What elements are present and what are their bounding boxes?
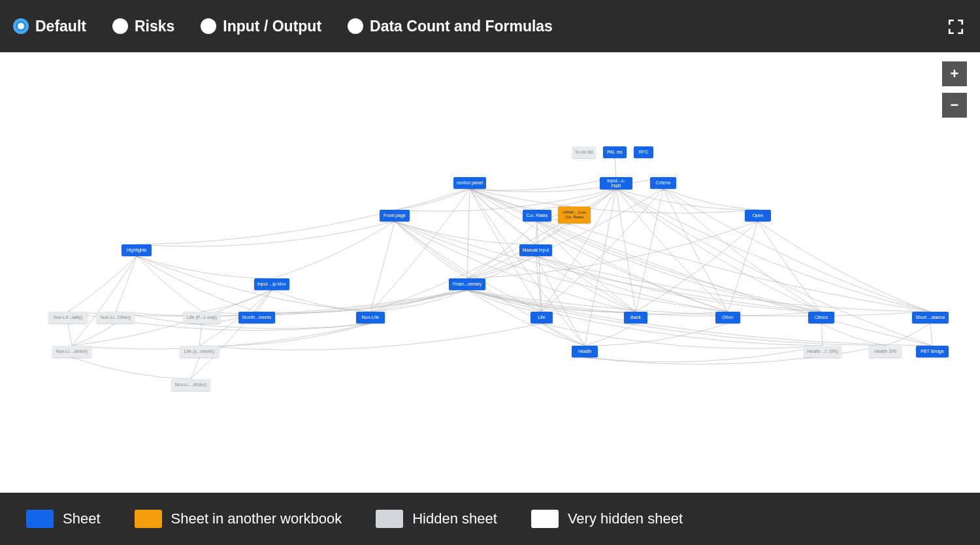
mode-label: Input / Output xyxy=(223,18,321,35)
legend-bar: Sheet Sheet in another workbook Hidden s… xyxy=(0,493,980,545)
diagram-node[interactable]: Non-Lif...lality) xyxy=(48,312,88,323)
diagram-node[interactable]: Life (P...s only) xyxy=(183,312,221,323)
legend-hidden-sheet: Hidden sheet xyxy=(376,510,497,528)
diagram-node[interactable]: Life (s...ments) xyxy=(180,346,219,357)
mode-label: Default xyxy=(35,18,86,35)
diagram-node[interactable]: Manual Input xyxy=(519,244,552,256)
diagram-node[interactable]: control panel xyxy=(453,177,486,189)
diagram-node[interactable]: Non-Li...,Motor) xyxy=(171,379,210,391)
diagram-node[interactable]: CPNR ...3.xls Cur. Rates xyxy=(558,206,591,223)
view-mode-toolbar: Default Risks Input / Output Data Count … xyxy=(0,0,980,52)
diagram-node[interactable]: To-do list xyxy=(572,146,596,158)
zoom-out-button[interactable]: − xyxy=(942,93,967,118)
diagram-node[interactable]: RFC xyxy=(634,146,653,158)
diagram-node[interactable]: Criteria xyxy=(650,177,676,189)
diagram-node[interactable]: Health ...l. SRI) xyxy=(804,346,841,357)
radio-unchecked-icon xyxy=(201,18,216,34)
diagram-node[interactable]: Non-Li...,Motor) xyxy=(52,346,91,357)
diagram-node[interactable]: Clinics xyxy=(808,312,834,323)
radio-checked-icon xyxy=(13,18,29,34)
diagram-node[interactable]: PAL ms xyxy=(603,146,627,158)
legend-very-hidden-sheet: Very hidden sheet xyxy=(531,510,683,528)
zoom-controls: + − xyxy=(942,61,967,118)
diagram-node[interactable]: Opex xyxy=(745,210,771,222)
fullscreen-icon[interactable] xyxy=(947,18,964,35)
zoom-in-button[interactable]: + xyxy=(942,61,967,86)
legend-label: Very hidden sheet xyxy=(568,510,683,527)
diagram-node[interactable]: Input...u-FMR xyxy=(600,177,632,190)
diagram-node[interactable]: PBT Bridge xyxy=(916,346,949,357)
diagram-node[interactable]: Highlights xyxy=(122,244,152,256)
swatch-hidden-icon xyxy=(376,510,403,528)
swatch-external-icon xyxy=(135,510,162,528)
legend-label: Sheet in another workbook xyxy=(171,510,342,527)
mode-risks[interactable]: Risks xyxy=(112,18,174,35)
radio-unchecked-icon xyxy=(112,18,128,34)
radio-unchecked-icon xyxy=(348,18,363,34)
diagram-node[interactable]: Non-Li...Other) xyxy=(97,312,135,323)
diagram-node[interactable]: Front page xyxy=(380,210,410,222)
mode-default[interactable]: Default xyxy=(13,18,86,35)
diagram-canvas[interactable]: To-do listPAL msRFCcontrol panelInput...… xyxy=(0,52,980,493)
mode-label: Risks xyxy=(135,18,174,35)
mode-input-output[interactable]: Input / Output xyxy=(201,18,321,35)
edge-layer xyxy=(0,52,980,493)
diagram-node[interactable]: Non-Life xyxy=(356,312,385,323)
diagram-node[interactable]: Other xyxy=(715,312,740,323)
diagram-node[interactable]: Life xyxy=(531,312,553,323)
legend-external-sheet: Sheet in another workbook xyxy=(135,510,342,528)
legend-sheet: Sheet xyxy=(26,510,101,528)
swatch-very-hidden-icon xyxy=(531,510,559,528)
diagram-node[interactable]: Finan...mmary xyxy=(449,278,485,290)
diagram-node[interactable]: Health SRI xyxy=(869,346,902,357)
swatch-sheet-icon xyxy=(26,510,54,528)
diagram-node[interactable]: Cur. Rates xyxy=(523,210,551,222)
diagram-node[interactable]: Short ...alance xyxy=(912,312,949,323)
diagram-node[interactable]: Input ...lp Mov xyxy=(254,278,289,290)
legend-label: Sheet xyxy=(63,510,101,527)
mode-data-count-formulas[interactable]: Data Count and Formulas xyxy=(348,18,553,35)
diagram-node[interactable]: Month...ments xyxy=(238,312,275,323)
diagram-node[interactable]: Health xyxy=(572,346,598,357)
legend-label: Hidden sheet xyxy=(412,510,497,527)
mode-label: Data Count and Formulas xyxy=(370,18,553,35)
diagram-node[interactable]: Bank xyxy=(624,312,647,323)
